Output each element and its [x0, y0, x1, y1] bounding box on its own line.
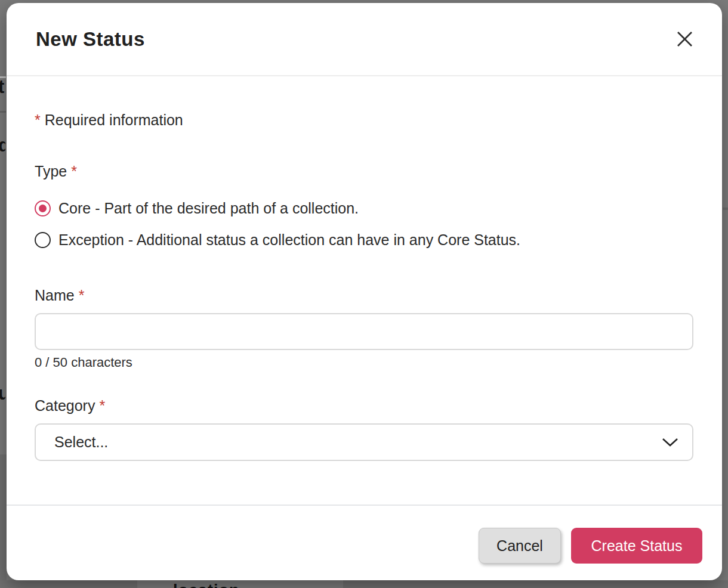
required-asterisk: * — [35, 112, 41, 128]
category-selected-value: Select... — [54, 434, 108, 451]
cancel-button[interactable]: Cancel — [479, 528, 561, 564]
radio-option-label: Exception - Additional status a collecti… — [58, 231, 520, 249]
background-fragment — [723, 208, 728, 210]
background-text-fragment: location — [173, 581, 240, 588]
radio-option-label: Core - Part of the desired path of a col… — [58, 200, 359, 217]
background-fragment: location — [0, 580, 728, 588]
radio-button-icon — [35, 232, 51, 248]
close-icon — [675, 30, 694, 48]
background-fragment — [0, 454, 7, 588]
category-label-text: Category — [35, 397, 95, 414]
dialog-header: New Status — [7, 3, 722, 76]
character-counter: 0 / 50 characters — [35, 355, 693, 370]
chevron-down-icon — [661, 437, 679, 447]
background-fragment — [137, 580, 343, 588]
dialog-body: * Required information Type * Core - Par… — [7, 76, 722, 505]
category-select[interactable]: Select... — [35, 423, 693, 461]
name-input[interactable] — [35, 313, 693, 350]
background-text-fragment: d — [0, 136, 5, 155]
background-text-fragment: u — [0, 384, 5, 403]
dialog-footer: Cancel Create Status — [7, 505, 722, 580]
close-button[interactable] — [671, 26, 698, 52]
name-field-label: Name * — [35, 286, 693, 304]
radio-option-exception[interactable]: Exception - Additional status a collecti… — [35, 231, 693, 249]
name-required-asterisk: * — [79, 287, 85, 304]
required-note-text: Required information — [45, 112, 183, 128]
type-required-asterisk: * — [71, 163, 77, 180]
type-label-text: Type — [35, 163, 67, 180]
background-fragment — [0, 111, 6, 113]
type-field-label: Type * — [35, 162, 693, 180]
name-label-text: Name — [35, 287, 75, 304]
required-information-note: * Required information — [35, 111, 693, 129]
category-required-asterisk: * — [99, 397, 105, 414]
dialog-title: New Status — [36, 28, 145, 51]
radio-option-core[interactable]: Core - Part of the desired path of a col… — [35, 199, 693, 217]
background-text-fragment: t — [0, 78, 5, 97]
create-status-button[interactable]: Create Status — [571, 528, 702, 564]
new-status-dialog: New Status * Required information Type *… — [7, 3, 722, 580]
type-radio-group: Core - Part of the desired path of a col… — [35, 199, 693, 249]
radio-button-icon — [35, 200, 51, 216]
category-field-label: Category * — [35, 397, 693, 414]
